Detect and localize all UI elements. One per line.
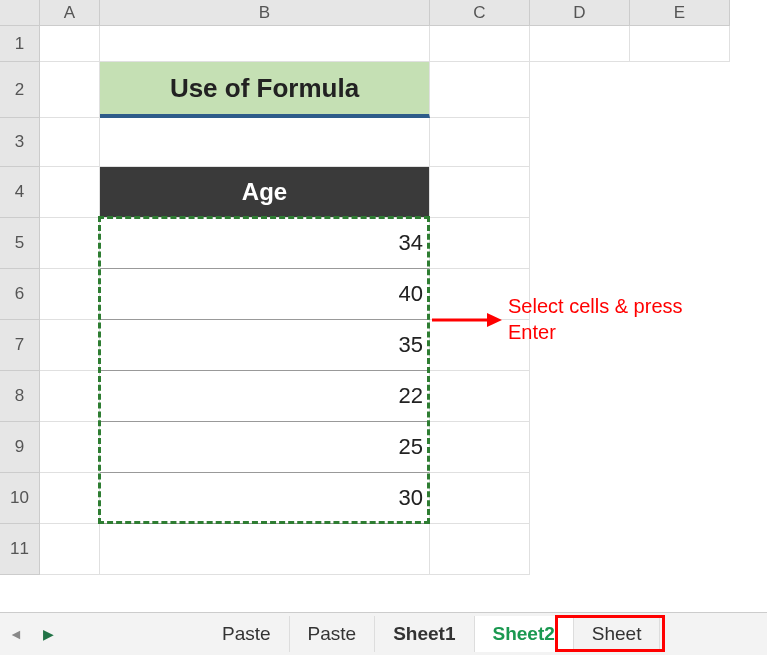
tab-paste-2[interactable]: Paste [290, 616, 376, 652]
title-cell[interactable]: Use of Formula [100, 62, 430, 118]
cell-a10[interactable] [40, 473, 100, 524]
cell-b10[interactable]: 30 [100, 473, 430, 524]
cell-b8[interactable]: 22 [100, 371, 430, 422]
col-header-d[interactable]: D [530, 0, 630, 26]
age-header-cell[interactable]: Age [100, 167, 430, 218]
cell-a1[interactable] [40, 26, 100, 62]
cell-a2[interactable] [40, 62, 100, 118]
cell-c3[interactable] [430, 118, 530, 167]
spreadsheet-grid: A B C D E 1 2 3 4 5 6 7 8 9 10 11 Use of… [0, 0, 767, 612]
row-headers: 1 2 3 4 5 6 7 8 9 10 11 [0, 26, 40, 575]
tab-nav-next[interactable]: ▶ [36, 622, 60, 646]
row-header-7[interactable]: 7 [0, 320, 40, 371]
cell-a5[interactable] [40, 218, 100, 269]
row-header-4[interactable]: 4 [0, 167, 40, 218]
cell-b7[interactable]: 35 [100, 320, 430, 371]
annotation-line1: Select cells & press [508, 295, 683, 317]
cell-a11[interactable] [40, 524, 100, 575]
cell-b5[interactable]: 34 [100, 218, 430, 269]
cell-d1[interactable] [530, 26, 630, 62]
select-all-corner[interactable] [0, 0, 40, 26]
cell-a6[interactable] [40, 269, 100, 320]
column-headers: A B C D E [40, 0, 730, 26]
cell-c5[interactable] [430, 218, 530, 269]
tab-sheet-partial[interactable]: Sheet [574, 616, 661, 652]
row-header-10[interactable]: 10 [0, 473, 40, 524]
cell-b11[interactable] [100, 524, 430, 575]
row-header-6[interactable]: 6 [0, 269, 40, 320]
annotation-text: Select cells & press Enter [508, 293, 683, 345]
cell-b1[interactable] [100, 26, 430, 62]
annotation-line2: Enter [508, 321, 556, 343]
cell-a7[interactable] [40, 320, 100, 371]
cell-a4[interactable] [40, 167, 100, 218]
cell-b6[interactable]: 40 [100, 269, 430, 320]
arrow-icon [432, 310, 502, 330]
tab-paste-1[interactable]: Paste [204, 616, 290, 652]
cell-a8[interactable] [40, 371, 100, 422]
cell-c4[interactable] [430, 167, 530, 218]
tab-nav-prev[interactable]: ◄ [4, 622, 28, 646]
cell-e1[interactable] [630, 26, 730, 62]
cell-b9[interactable]: 25 [100, 422, 430, 473]
row-header-3[interactable]: 3 [0, 118, 40, 167]
cell-c2[interactable] [430, 62, 530, 118]
row-header-11[interactable]: 11 [0, 524, 40, 575]
svg-marker-1 [487, 313, 502, 327]
cell-c10[interactable] [430, 473, 530, 524]
row-header-1[interactable]: 1 [0, 26, 40, 62]
cell-c1[interactable] [430, 26, 530, 62]
col-header-c[interactable]: C [430, 0, 530, 26]
cell-c9[interactable] [430, 422, 530, 473]
cell-c11[interactable] [430, 524, 530, 575]
tab-sheet1[interactable]: Sheet1 [375, 616, 474, 652]
sheet-tab-bar: ◄ ▶ Paste Paste Sheet1 Sheet2 Sheet [0, 612, 767, 655]
col-header-a[interactable]: A [40, 0, 100, 26]
row-header-9[interactable]: 9 [0, 422, 40, 473]
cell-a9[interactable] [40, 422, 100, 473]
row-header-2[interactable]: 2 [0, 62, 40, 118]
row-header-8[interactable]: 8 [0, 371, 40, 422]
cell-a3[interactable] [40, 118, 100, 167]
cell-b3[interactable] [100, 118, 430, 167]
cell-c8[interactable] [430, 371, 530, 422]
col-header-b[interactable]: B [100, 0, 430, 26]
tab-sheet2[interactable]: Sheet2 [475, 616, 574, 652]
row-header-5[interactable]: 5 [0, 218, 40, 269]
col-header-e[interactable]: E [630, 0, 730, 26]
